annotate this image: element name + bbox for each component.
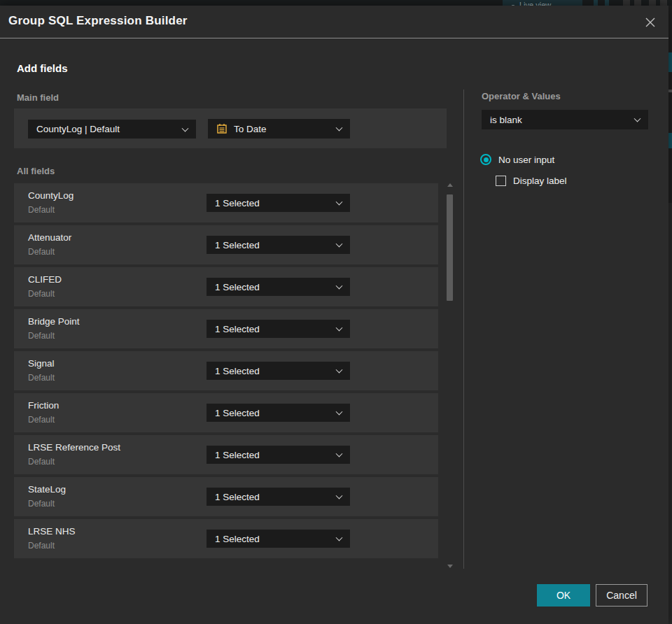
dialog-title: Group SQL Expression Builder bbox=[8, 14, 188, 28]
field-subtitle: Default bbox=[28, 247, 55, 257]
chevron-down-icon bbox=[182, 125, 189, 132]
field-subtitle: Default bbox=[28, 289, 55, 299]
field-selected-dropdown[interactable]: 1 Selected bbox=[206, 236, 350, 254]
field-row-signal: Signal Default 1 Selected bbox=[14, 351, 438, 390]
field-selected-dropdown[interactable]: 1 Selected bbox=[206, 320, 350, 338]
column-divider bbox=[463, 90, 464, 569]
background-toolbar-icon bbox=[649, 0, 656, 6]
operator-select[interactable]: is blank bbox=[482, 110, 648, 129]
field-name: Attenuator bbox=[28, 232, 71, 243]
add-fields-heading: Add fields bbox=[17, 62, 68, 74]
field-selected-dropdown[interactable]: 1 Selected bbox=[206, 194, 350, 212]
field-selected-dropdown[interactable]: 1 Selected bbox=[206, 362, 350, 380]
chevron-down-icon bbox=[336, 534, 343, 541]
background-fragment bbox=[668, 133, 672, 148]
chevron-down-icon bbox=[336, 199, 343, 206]
background-app-strip: Live view bbox=[0, 0, 672, 6]
background-right-sliver bbox=[668, 6, 672, 624]
field-type-select-value: To Date bbox=[234, 124, 267, 134]
group-sql-expression-builder-dialog: Group SQL Expression Builder Add fields … bbox=[0, 6, 668, 624]
chevron-down-icon bbox=[336, 325, 343, 332]
background-toolbar-icon bbox=[594, 0, 598, 6]
field-name: Friction bbox=[28, 400, 59, 411]
radio-dot bbox=[484, 157, 489, 162]
field-name: Signal bbox=[28, 358, 55, 369]
all-fields-list: CountyLog Default 1 Selected Attenuator … bbox=[14, 183, 438, 561]
selected-count: 1 Selected bbox=[215, 366, 260, 376]
field-subtitle: Default bbox=[28, 373, 55, 383]
background-toolbar-icon bbox=[605, 0, 609, 6]
ok-button[interactable]: OK bbox=[537, 584, 590, 607]
scroll-down-icon[interactable] bbox=[447, 565, 453, 568]
field-selected-dropdown[interactable]: 1 Selected bbox=[206, 488, 350, 506]
chevron-down-icon bbox=[634, 115, 641, 122]
field-selected-dropdown[interactable]: 1 Selected bbox=[206, 404, 350, 422]
field-name: CLIFED bbox=[28, 274, 62, 285]
close-button[interactable] bbox=[643, 15, 658, 30]
selected-count: 1 Selected bbox=[215, 534, 260, 544]
field-selected-dropdown[interactable]: 1 Selected bbox=[206, 446, 350, 464]
no-user-input-radio[interactable]: No user input bbox=[480, 154, 554, 165]
field-subtitle: Default bbox=[28, 499, 55, 509]
cancel-button[interactable]: Cancel bbox=[596, 584, 648, 607]
selected-count: 1 Selected bbox=[215, 408, 260, 418]
chevron-down-icon bbox=[336, 241, 343, 248]
background-fragment bbox=[668, 203, 672, 624]
field-row-statelog: StateLog Default 1 Selected bbox=[14, 477, 438, 516]
field-row-lrse-nhs: LRSE NHS Default 1 Selected bbox=[14, 519, 438, 558]
selected-count: 1 Selected bbox=[215, 240, 260, 250]
field-row-clifed: CLIFED Default 1 Selected bbox=[14, 267, 438, 306]
selected-count: 1 Selected bbox=[215, 492, 260, 502]
chevron-down-icon bbox=[336, 451, 343, 458]
operator-values-label: Operator & Values bbox=[482, 91, 561, 101]
field-subtitle: Default bbox=[28, 415, 55, 425]
field-selected-dropdown[interactable]: 1 Selected bbox=[206, 278, 350, 296]
selected-count: 1 Selected bbox=[215, 324, 260, 334]
checkbox-unchecked-icon bbox=[496, 176, 506, 186]
operator-select-value: is blank bbox=[490, 115, 522, 125]
field-row-friction: Friction Default 1 Selected bbox=[14, 393, 438, 432]
fields-list-scrollbar[interactable] bbox=[447, 182, 454, 569]
field-subtitle: Default bbox=[28, 457, 55, 467]
display-label-label: Display label bbox=[513, 176, 567, 186]
live-view-button[interactable]: Live view bbox=[503, 0, 582, 6]
selected-count: 1 Selected bbox=[215, 198, 260, 208]
field-selected-dropdown[interactable]: 1 Selected bbox=[206, 530, 350, 548]
main-field-select-value: CountyLog | Default bbox=[36, 124, 120, 134]
field-name: CountyLog bbox=[28, 190, 74, 201]
field-subtitle: Default bbox=[28, 205, 55, 215]
main-field-select[interactable]: CountyLog | Default bbox=[28, 120, 196, 139]
selected-count: 1 Selected bbox=[215, 282, 260, 292]
background-fragment bbox=[668, 52, 672, 72]
no-user-input-label: No user input bbox=[498, 155, 554, 165]
background-toolbar-icon bbox=[634, 0, 641, 6]
selected-count: 1 Selected bbox=[215, 450, 260, 460]
calendar-icon bbox=[216, 123, 227, 134]
field-name: LRSE Reference Post bbox=[28, 442, 120, 453]
all-fields-label: All fields bbox=[17, 166, 55, 176]
chevron-down-icon bbox=[336, 492, 343, 499]
background-toolbar-icon bbox=[623, 0, 630, 6]
radio-selected-icon bbox=[480, 154, 491, 165]
field-row-attenuator: Attenuator Default 1 Selected bbox=[14, 225, 438, 264]
field-row-lrse-reference-post: LRSE Reference Post Default 1 Selected bbox=[14, 435, 438, 474]
chevron-down-icon bbox=[336, 283, 343, 290]
chevron-down-icon bbox=[336, 409, 343, 416]
background-fragment bbox=[668, 90, 672, 92]
background-toolbar-icon bbox=[660, 0, 667, 6]
field-name: LRSE NHS bbox=[28, 526, 76, 537]
main-field-label: Main field bbox=[17, 92, 59, 103]
field-name: StateLog bbox=[28, 484, 66, 495]
dialog-header: Group SQL Expression Builder bbox=[0, 6, 668, 38]
scrollbar-thumb[interactable] bbox=[447, 194, 453, 301]
field-subtitle: Default bbox=[28, 331, 55, 341]
field-row-countylog: CountyLog Default 1 Selected bbox=[14, 183, 438, 222]
field-type-select[interactable]: To Date bbox=[208, 119, 350, 139]
display-label-checkbox[interactable]: Display label bbox=[496, 176, 567, 186]
chevron-down-icon bbox=[336, 125, 343, 132]
field-row-bridge-point: Bridge Point Default 1 Selected bbox=[14, 309, 438, 348]
scroll-up-icon[interactable] bbox=[447, 183, 453, 187]
live-view-label: Live view bbox=[519, 0, 551, 6]
field-name: Bridge Point bbox=[28, 316, 80, 327]
chevron-down-icon bbox=[336, 367, 343, 374]
